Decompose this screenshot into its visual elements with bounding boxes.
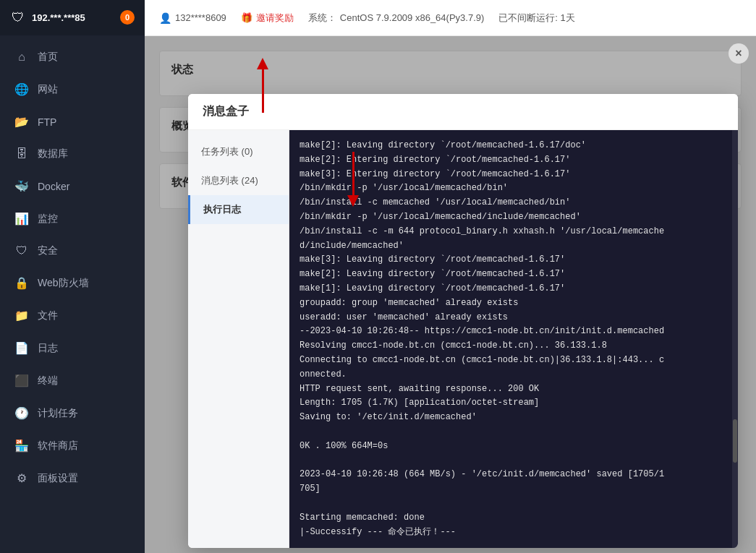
sidebar-label-terminal: 终端 [38,374,58,387]
close-icon: × [735,47,742,60]
sidebar-label-files: 文件 [38,309,58,322]
sidebar-item-ftp[interactable]: 📂 FTP [0,106,145,138]
scrollbar-thumb[interactable] [733,419,737,463]
topbar: 👤 132****8609 🎁 邀请奖励 系统： CentOS 7.9.2009… [145,0,756,36]
sidebar-label-settings: 面板设置 [38,472,78,485]
arrow-shaft-down [352,152,354,195]
arrow-head-down [347,195,359,207]
terminal-icon: ⬛ [14,374,29,387]
ip-address: 192.***.***85 [32,12,85,23]
user-icon: 👤 [159,12,171,24]
arrow-down-indicator [347,152,359,207]
sidebar-label-store: 软件商店 [38,440,78,453]
topbar-invite[interactable]: 🎁 邀请奖励 [241,12,294,25]
sidebar-item-database[interactable]: 🗄 数据库 [0,138,145,170]
sidebar-label-database: 数据库 [38,147,68,160]
sidebar-nav: ⌂ 首页 🌐 网站 📂 FTP 🗄 数据库 🐳 Docker 📊 监控 🛡 安全 [0,35,145,553]
database-icon: 🗄 [14,147,29,160]
sidebar-label-website: 网站 [38,83,58,96]
store-icon: 🏪 [14,439,29,453]
sidebar-label-logs: 日志 [38,342,58,355]
firewall-icon: 🔒 [14,276,29,290]
sidebar-item-store[interactable]: 🏪 软件商店 [0,429,145,462]
sidebar-item-website[interactable]: 🌐 网站 [0,73,145,106]
docker-icon: 🐳 [14,179,29,193]
home-icon: ⌂ [14,51,29,64]
security-icon: 🛡 [14,244,29,257]
terminal-scrollbar[interactable] [732,130,738,548]
system-label: 系统： [308,12,336,25]
invite-icon: 🎁 [241,12,252,23]
topbar-uptime: 已不间断运行: 1天 [498,12,574,25]
monitor-icon: 📊 [14,212,29,226]
ftp-icon: 📂 [14,115,29,129]
arrow-head-up [257,58,268,69]
message-box-nav: 任务列表 (0) 消息列表 (24) 执行日志 [188,130,289,548]
message-box-title: 消息盒子 [188,94,738,130]
sidebar-label-monitor: 监控 [38,213,58,226]
nav-messages[interactable]: 消息列表 (24) [188,166,289,195]
files-icon: 📁 [14,309,29,322]
terminal-text: make[2]: Leaving directory `/root/memcac… [300,139,722,539]
sidebar-label-home: 首页 [38,51,58,64]
message-box-modal: 消息盒子 任务列表 (0) 消息列表 (24) 执行日志 make[2]: Le… [188,94,738,548]
sidebar-item-settings[interactable]: ⚙ 面板设置 [0,462,145,494]
arrow-shaft-up [262,69,264,113]
sidebar-label-docker: Docker [38,181,69,192]
sidebar-item-cron[interactable]: 🕐 计划任务 [0,397,145,429]
message-box-body: 任务列表 (0) 消息列表 (24) 执行日志 make[2]: Leaving… [188,130,738,548]
invite-label: 邀请奖励 [256,12,294,25]
sidebar-item-terminal[interactable]: ⬛ 终端 [0,364,145,397]
topbar-user: 👤 132****8609 [159,12,226,24]
settings-icon: ⚙ [14,471,29,485]
sidebar-item-docker[interactable]: 🐳 Docker [0,170,145,202]
nav-logs[interactable]: 执行日志 [188,195,289,224]
sidebar-item-logs[interactable]: 📄 日志 [0,332,145,364]
sidebar-label-firewall: Web防火墙 [38,277,89,290]
notification-badge[interactable]: 0 [120,10,135,25]
sidebar-header: 🛡 192.***.***85 0 [0,0,145,35]
sidebar: 🛡 192.***.***85 0 ⌂ 首页 🌐 网站 📂 FTP 🗄 数据库 … [0,0,145,553]
topbar-system: 系统： CentOS 7.9.2009 x86_64(Py3.7.9) [308,12,484,25]
cron-icon: 🕐 [14,406,29,420]
content-area: 状态 概览 软件 消息盒子 任务列表 (0 [145,36,756,553]
uptime-text: 已不间断运行: 1天 [498,12,574,25]
sidebar-item-firewall[interactable]: 🔒 Web防火墙 [0,267,145,299]
main-content: 👤 132****8609 🎁 邀请奖励 系统： CentOS 7.9.2009… [145,0,756,553]
sidebar-label-ftp: FTP [38,116,56,128]
sidebar-item-security[interactable]: 🛡 安全 [0,235,145,267]
website-icon: 🌐 [14,82,29,96]
shield-icon: 🛡 [12,10,25,25]
system-value: CentOS 7.9.2009 x86_64(Py3.7.9) [340,12,484,23]
arrow-up-indicator [257,58,268,113]
sidebar-item-files[interactable]: 📁 文件 [0,299,145,332]
nav-tasks[interactable]: 任务列表 (0) [188,137,289,166]
sidebar-item-home[interactable]: ⌂ 首页 [0,41,145,73]
sidebar-item-monitor[interactable]: 📊 监控 [0,202,145,235]
topbar-username: 132****8609 [175,12,226,23]
logs-icon: 📄 [14,341,29,355]
close-button[interactable]: × [729,43,749,64]
sidebar-label-cron: 计划任务 [38,407,78,420]
sidebar-label-security: 安全 [38,244,58,257]
